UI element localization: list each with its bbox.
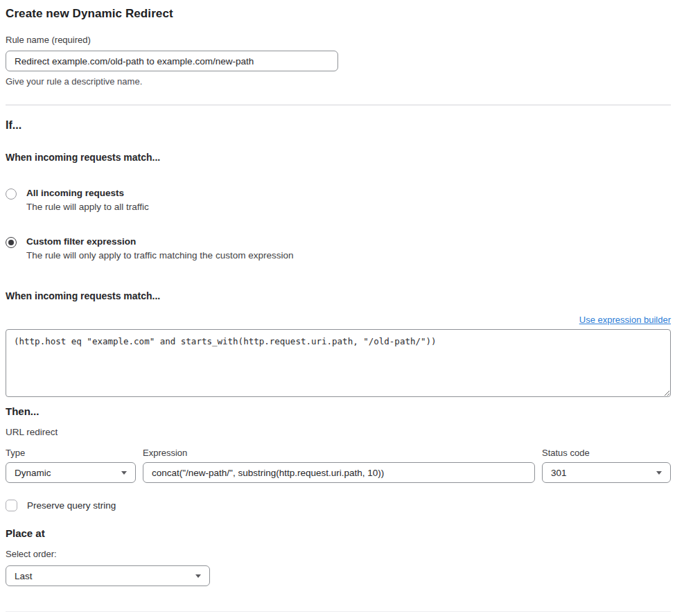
status-code-select[interactable]: 301 bbox=[542, 462, 671, 483]
option-all-incoming-requests[interactable]: All incoming requests The rule will appl… bbox=[6, 188, 671, 212]
checkbox-unchecked-icon[interactable] bbox=[6, 500, 17, 511]
option-text: All incoming requests The rule will appl… bbox=[26, 188, 149, 212]
radio-selected-icon[interactable] bbox=[6, 237, 17, 248]
chevron-down-icon bbox=[656, 471, 662, 475]
option-description: The rule will only apply to traffic matc… bbox=[26, 250, 293, 261]
expression-heading: When incoming requests match... bbox=[6, 290, 671, 301]
match-heading: When incoming requests match... bbox=[6, 152, 671, 163]
option-label: Custom filter expression bbox=[26, 236, 293, 247]
type-select-value: Dynamic bbox=[15, 468, 51, 478]
rule-name-input[interactable] bbox=[6, 51, 338, 71]
if-heading: If... bbox=[6, 119, 671, 132]
status-code-field: Status code 301 bbox=[542, 448, 671, 483]
option-custom-filter-expression[interactable]: Custom filter expression The rule will o… bbox=[6, 236, 671, 261]
order-select-value: Last bbox=[15, 571, 33, 581]
section-divider bbox=[6, 105, 671, 105]
rule-name-label: Rule name (required) bbox=[6, 35, 671, 45]
option-text: Custom filter expression The rule will o… bbox=[26, 236, 293, 261]
order-select[interactable]: Last bbox=[6, 565, 210, 586]
status-code-label: Status code bbox=[542, 448, 671, 458]
action-type-label: URL redirect bbox=[6, 427, 671, 437]
footer-divider bbox=[6, 611, 671, 612]
option-description: The rule will apply to all traffic bbox=[26, 202, 149, 212]
preserve-query-string-label: Preserve query string bbox=[27, 500, 116, 511]
chevron-down-icon bbox=[195, 574, 201, 578]
select-order-label: Select order: bbox=[6, 549, 671, 559]
page-title: Create new Dynamic Redirect bbox=[6, 7, 671, 21]
option-label: All incoming requests bbox=[26, 188, 149, 198]
radio-unselected-icon[interactable] bbox=[6, 188, 17, 200]
then-heading: Then... bbox=[6, 405, 671, 417]
type-select[interactable]: Dynamic bbox=[6, 462, 136, 483]
create-redirect-form: Create new Dynamic Redirect Rule name (r… bbox=[0, 0, 693, 616]
type-field: Type Dynamic bbox=[6, 448, 136, 483]
use-expression-builder-link[interactable]: Use expression builder bbox=[579, 315, 671, 325]
chevron-down-icon bbox=[121, 471, 127, 475]
preserve-query-string-option[interactable]: Preserve query string bbox=[6, 500, 671, 511]
redirect-expression-input[interactable] bbox=[143, 462, 535, 483]
filter-expression-textarea[interactable]: (http.host eq "example.com" and starts_w… bbox=[6, 329, 671, 397]
redirect-fields-row: Type Dynamic Expression Status code 301 bbox=[6, 448, 671, 483]
type-label: Type bbox=[6, 448, 136, 458]
place-at-heading: Place at bbox=[6, 527, 671, 539]
status-code-select-value: 301 bbox=[551, 468, 567, 478]
rule-name-help: Give your rule a descriptive name. bbox=[6, 76, 671, 87]
expression-label: Expression bbox=[143, 448, 535, 458]
expression-field: Expression bbox=[143, 448, 535, 483]
builder-link-row: Use expression builder bbox=[6, 313, 671, 326]
